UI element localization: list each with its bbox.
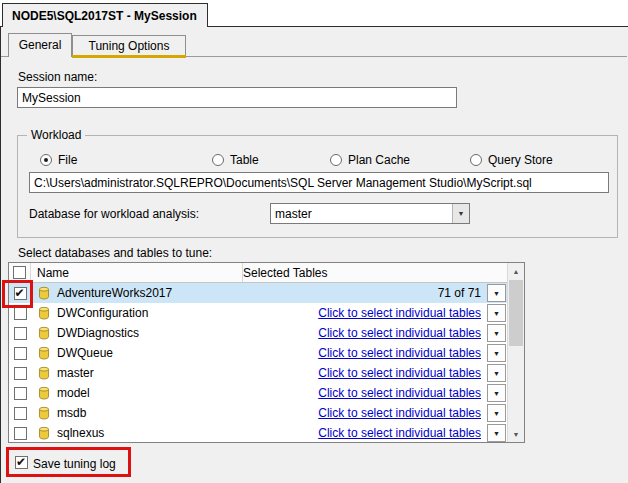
database-icon [37, 326, 51, 340]
tab-tuning-options[interactable]: Tuning Options [72, 35, 186, 56]
tab-tuning-options-label: Tuning Options [89, 39, 170, 53]
database-name: sqlnexus [57, 426, 104, 440]
radio-workload-plan-cache[interactable]: Plan Cache [330, 153, 410, 167]
workload-database-label: Database for workload analysis: [29, 207, 199, 221]
table-row-master[interactable]: master Click to select individual tables… [9, 363, 507, 383]
radio-workload-table[interactable]: Table [212, 153, 259, 167]
table-row-dwqueue[interactable]: DWQueue Click to select individual table… [9, 343, 507, 363]
scroll-up-icon[interactable]: ▲ [508, 263, 524, 279]
select-tables-link[interactable]: Click to select individual tables [243, 306, 487, 320]
select-tables-link[interactable]: Click to select individual tables [243, 366, 487, 380]
radio-workload-query-store[interactable]: Query Store [470, 153, 553, 167]
tables-dropdown-button[interactable]: ▼ [487, 404, 506, 422]
database-name: DWConfiguration [57, 306, 148, 320]
radio-query-store-icon[interactable] [470, 154, 482, 166]
row-checkbox[interactable] [14, 347, 27, 360]
tuning-options-accent-bar [72, 55, 186, 58]
workload-database-value: master [271, 207, 452, 221]
database-icon [37, 366, 51, 380]
selected-tables-count: 71 of 71 [243, 286, 487, 300]
column-header-selected-tables-label: Selected Tables [243, 266, 328, 280]
grid-caption: Select databases and tables to tune: [18, 246, 212, 260]
select-tables-link[interactable]: Click to select individual tables [243, 426, 487, 440]
radio-plan-cache-icon[interactable] [330, 154, 342, 166]
row-checkbox[interactable] [14, 427, 27, 440]
select-tables-link[interactable]: Click to select individual tables [243, 386, 487, 400]
column-header-selected-tables[interactable]: Selected Tables [243, 263, 507, 282]
database-icon [37, 346, 51, 360]
databases-grid: Name Selected Tables AdventureWorks2017 … [8, 262, 525, 443]
session-name-input[interactable] [17, 87, 457, 108]
database-name: DWDiagnostics [57, 326, 139, 340]
radio-plan-cache-label: Plan Cache [348, 153, 410, 167]
table-row-dwconfiguration[interactable]: DWConfiguration Click to select individu… [9, 303, 507, 323]
scroll-down-icon[interactable]: ▼ [508, 426, 524, 442]
tables-dropdown-button[interactable]: ▼ [487, 284, 506, 302]
radio-file-icon[interactable] [40, 154, 52, 166]
database-name: AdventureWorks2017 [57, 286, 172, 300]
select-tables-link[interactable]: Click to select individual tables [243, 326, 487, 340]
database-icon [37, 406, 51, 420]
tables-dropdown-button[interactable]: ▼ [487, 324, 506, 342]
dta-session-window: NODE5\SQL2017ST - MySession General Tuni… [0, 0, 628, 483]
chevron-down-icon[interactable]: ▼ [452, 204, 469, 223]
database-icon [37, 386, 51, 400]
tables-dropdown-button[interactable]: ▼ [487, 364, 506, 382]
tables-dropdown-button[interactable]: ▼ [487, 424, 506, 442]
radio-file-label: File [58, 153, 77, 167]
session-document-tab-label: NODE5\SQL2017ST - MySession [12, 9, 197, 23]
session-document-tab[interactable]: NODE5\SQL2017ST - MySession [2, 3, 208, 27]
select-all-checkbox[interactable] [13, 266, 26, 279]
database-icon [37, 306, 51, 320]
database-icon [37, 426, 51, 440]
table-row-sqlnexus[interactable]: sqlnexus Click to select individual tabl… [9, 423, 507, 442]
annotation-highlight-save-tuning-log [6, 447, 131, 477]
database-name: model [57, 386, 90, 400]
table-row-dwdiagnostics[interactable]: DWDiagnostics Click to select individual… [9, 323, 507, 343]
database-icon [37, 286, 51, 300]
tables-dropdown-button[interactable]: ▼ [487, 304, 506, 322]
tab-general-label: General [19, 38, 62, 52]
column-header-name-label: Name [37, 266, 69, 280]
tables-dropdown-button[interactable]: ▼ [487, 344, 506, 362]
table-row-model[interactable]: model Click to select individual tables … [9, 383, 507, 403]
row-checkbox[interactable] [14, 407, 27, 420]
row-checkbox[interactable] [14, 327, 27, 340]
row-checkbox[interactable] [14, 387, 27, 400]
table-row-adventureworks2017[interactable]: AdventureWorks2017 71 of 71 ▼ [9, 283, 507, 303]
scrollbar-thumb[interactable] [509, 280, 523, 346]
radio-table-icon[interactable] [212, 154, 224, 166]
workload-database-combo[interactable]: master ▼ [270, 203, 470, 224]
grid-scrollbar[interactable]: ▲ ▼ [507, 263, 524, 442]
tab-general[interactable]: General [8, 33, 72, 57]
radio-query-store-label: Query Store [488, 153, 553, 167]
database-name: msdb [57, 406, 86, 420]
select-tables-link[interactable]: Click to select individual tables [243, 346, 487, 360]
grid-header: Name Selected Tables [9, 263, 507, 283]
select-tables-link[interactable]: Click to select individual tables [243, 406, 487, 420]
radio-table-label: Table [230, 153, 259, 167]
grid-body: AdventureWorks2017 71 of 71 ▼ DWConfigur… [9, 283, 507, 442]
table-row-msdb[interactable]: msdb Click to select individual tables ▼ [9, 403, 507, 423]
workload-file-path-input[interactable] [29, 172, 609, 193]
tables-dropdown-button[interactable]: ▼ [487, 384, 506, 402]
workload-group-label: Workload [27, 128, 85, 142]
database-name: master [57, 366, 94, 380]
column-header-name[interactable]: Name [31, 263, 243, 282]
database-name: DWQueue [57, 346, 113, 360]
row-checkbox[interactable] [14, 307, 27, 320]
radio-workload-file[interactable]: File [40, 153, 77, 167]
annotation-highlight-row-checkbox [2, 280, 33, 308]
session-name-label: Session name: [18, 70, 97, 84]
row-checkbox[interactable] [14, 367, 27, 380]
